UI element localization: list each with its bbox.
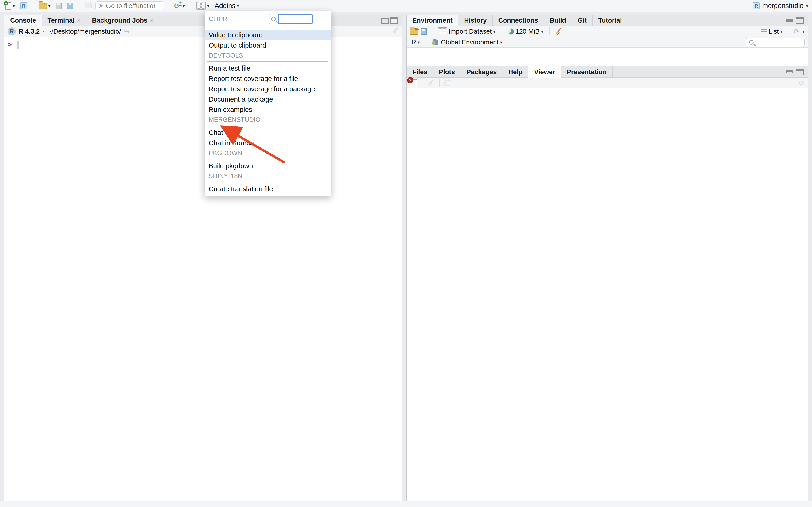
project-selector[interactable]: R mergenstudio ▾ — [753, 2, 808, 10]
tab-plots[interactable]: Plots — [433, 66, 461, 77]
maximize-pane-icon — [381, 17, 389, 24]
viewer-content[interactable] — [407, 89, 808, 501]
maximize-pane-icon[interactable] — [796, 69, 804, 75]
refresh-icon[interactable]: ⟳ — [799, 79, 805, 87]
menu-item-run-examples[interactable]: Run examples — [205, 105, 331, 115]
save-button[interactable] — [54, 2, 63, 10]
addins-search[interactable] — [268, 14, 327, 24]
refresh-icon[interactable]: ⟳ — [794, 28, 800, 35]
console-output[interactable]: > — [4, 37, 402, 49]
chevron-down-icon[interactable]: ▾ — [48, 3, 51, 8]
viewer-panel: Files Plots Packages Help Viewer Present… — [406, 66, 808, 501]
restore-panes-button[interactable] — [379, 17, 398, 24]
new-project-button[interactable]: R — [19, 1, 29, 10]
clear-objects-icon[interactable] — [554, 27, 562, 36]
tab-history[interactable]: History — [458, 15, 493, 26]
menu-item-output-to-clipboard[interactable]: Output to clipboard — [205, 40, 331, 50]
addins-button[interactable]: Addins ▾ — [213, 1, 241, 10]
tab-terminal[interactable]: Terminal × — [42, 15, 86, 26]
close-icon[interactable]: × — [150, 17, 153, 24]
menu-divider — [207, 159, 328, 159]
chevron-down-icon[interactable]: ▾ — [183, 3, 185, 8]
section-header-mergenstudio: MERGENSTUDIO — [205, 115, 331, 124]
environment-search[interactable] — [746, 38, 805, 47]
toolbar-divider — [191, 2, 191, 10]
memory-usage-button[interactable]: 120 MiB ▾ — [507, 27, 545, 36]
tab-viewer[interactable]: Viewer — [528, 66, 561, 78]
git-button[interactable]: G+− ▾ — [173, 1, 186, 10]
tab-environment[interactable]: Environment — [407, 15, 458, 26]
console-prompt: > — [8, 41, 12, 48]
menu-item-value-to-clipboard[interactable]: Value to clipboard — [205, 30, 331, 40]
go-to-file-search[interactable]: ➤ — [95, 1, 164, 10]
menu-item-run-a-test-file[interactable]: Run a test file — [205, 63, 331, 73]
tab-help[interactable]: Help — [503, 66, 529, 77]
close-icon[interactable]: × — [77, 17, 80, 24]
search-icon — [749, 40, 754, 45]
section-header-clipr: CLIPR — [209, 15, 227, 23]
open-file-button[interactable]: ↪ ▾ — [37, 2, 52, 10]
import-dataset-button[interactable]: Import Dataset ▾ — [437, 26, 497, 36]
red-x-icon: × — [407, 77, 413, 83]
save-all-button[interactable] — [65, 2, 74, 10]
viewer-toolbar: × ⟳ — [407, 78, 808, 89]
tab-background-jobs[interactable]: Background Jobs × — [86, 15, 159, 26]
chevron-down-icon[interactable]: ▾ — [207, 3, 209, 8]
menu-item-chat[interactable]: Chat — [205, 127, 331, 138]
print-icon — [85, 3, 92, 8]
go-to-file-input[interactable] — [106, 2, 155, 10]
search-icon — [271, 17, 276, 21]
tab-build[interactable]: Build — [544, 15, 572, 26]
tab-packages[interactable]: Packages — [461, 66, 503, 77]
minimize-pane-icon[interactable] — [786, 70, 793, 73]
new-file-button[interactable]: + ▾ — [4, 1, 16, 10]
load-workspace-icon[interactable]: ↪ — [410, 29, 418, 35]
menu-item-chat-in-source[interactable]: Chat in Source — [205, 138, 331, 148]
windows-overlap-icon — [390, 17, 398, 24]
chevron-down-icon: ▾ — [417, 40, 420, 45]
window-bottom-strip — [0, 501, 812, 507]
minimize-pane-icon[interactable] — [786, 19, 793, 22]
menu-item-document-a-package[interactable]: Document a package — [205, 94, 331, 105]
open-in-new-window-icon[interactable] — [444, 80, 451, 86]
menu-item-build-pkgdown[interactable]: Build pkgdown — [205, 161, 331, 171]
environment-search-input[interactable] — [756, 39, 798, 46]
addins-search-input[interactable] — [278, 14, 313, 24]
text-caret — [280, 16, 280, 22]
print-button[interactable] — [83, 2, 93, 9]
environment-scope-bar: R ▾ Global Environment ▾ — [407, 37, 808, 48]
tab-files[interactable]: Files — [407, 66, 433, 77]
environment-content[interactable] — [407, 48, 808, 66]
open-folder-icon: ↪ — [39, 3, 47, 9]
menu-item-report-test-coverage-package[interactable]: Report test coverage for a package — [205, 84, 331, 94]
console-info-bar: R R 4.3.2 · ~/Desktop/mergenstudio/ ↪ — [4, 26, 402, 37]
save-workspace-icon[interactable] — [421, 28, 427, 35]
tab-connections[interactable]: Connections — [493, 15, 544, 26]
maximize-pane-icon[interactable] — [796, 17, 804, 24]
tab-git[interactable]: Git — [572, 15, 593, 26]
tab-console[interactable]: Console — [4, 15, 42, 26]
list-view-button[interactable]: List ▾ — [760, 27, 784, 36]
open-arrow-icon: ↪ — [44, 1, 48, 7]
tab-tutorial[interactable]: Tutorial — [593, 15, 628, 26]
clear-viewer-icon[interactable] — [427, 79, 435, 87]
working-directory: ~/Desktop/mergenstudio/ — [48, 28, 121, 35]
language-selector[interactable]: R ▾ — [410, 38, 421, 47]
menu-divider — [207, 61, 328, 62]
open-directory-icon[interactable]: ↪ — [124, 27, 130, 36]
toolbar-divider — [33, 2, 33, 10]
section-header-shiny-i18n: SHINY.I18N — [205, 172, 331, 180]
import-dataset-icon — [438, 27, 447, 36]
scope-selector[interactable]: Global Environment ▾ — [431, 38, 504, 47]
chevron-down-icon: ▾ — [541, 29, 543, 34]
git-icon: G+− — [174, 2, 181, 9]
menu-item-create-translation-file[interactable]: Create translation file — [205, 184, 331, 194]
chevron-down-icon[interactable]: ▾ — [13, 3, 15, 8]
stop-viewer-icon[interactable]: × — [410, 79, 417, 87]
tab-presentation[interactable]: Presentation — [561, 66, 613, 77]
menu-item-report-test-coverage-file[interactable]: Report test coverage for a file — [205, 73, 331, 84]
clear-console-icon[interactable] — [391, 26, 399, 35]
go-to-file-icon: ➤ — [98, 2, 104, 9]
chevron-down-icon[interactable]: ▾ — [802, 29, 805, 34]
panes-layout-button[interactable]: ▾ — [195, 1, 211, 11]
